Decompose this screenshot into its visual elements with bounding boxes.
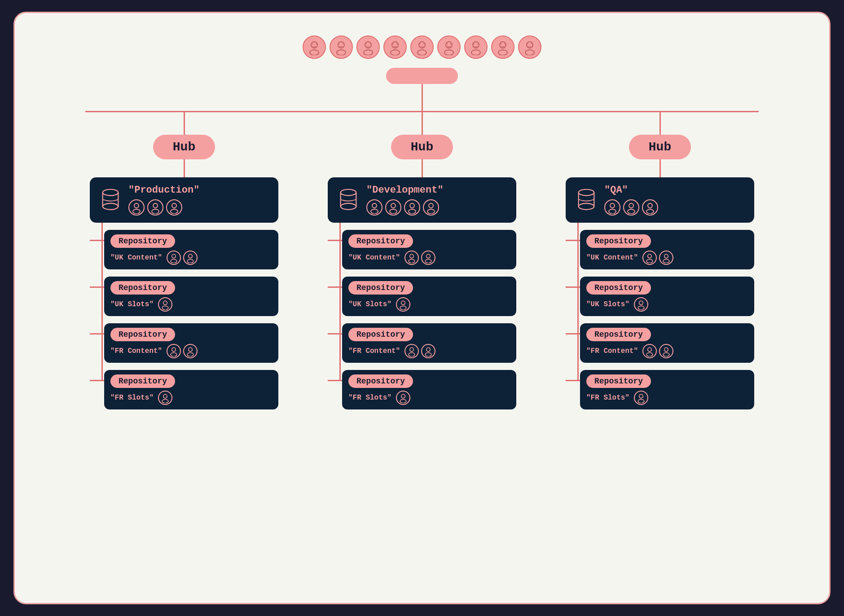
svg-point-2 [312, 44, 313, 44]
repo-hline [90, 240, 104, 241]
top-avatar-0 [303, 35, 326, 59]
repo-details: "FR Slots" [348, 391, 510, 405]
repo-name: "UK Content" [348, 254, 400, 262]
hub-col-2: Hub "QA" Repository"UK Content" Reposito… [561, 112, 759, 409]
repo-section-1: Repository"UK Content" Repository"UK Slo… [328, 223, 516, 409]
svg-point-5 [337, 50, 346, 55]
repo-item-0: Repository"UK Content" [566, 230, 754, 269]
hub-card-2: "QA" [566, 177, 754, 223]
repo-card: Repository"FR Slots" [580, 370, 754, 409]
repo-section-0: Repository"UK Content" Repository"UK Slo… [90, 223, 278, 409]
svg-point-80 [401, 394, 405, 398]
svg-point-66 [410, 203, 414, 208]
repo-name: "FR Slots" [586, 394, 629, 402]
repo-badge: Repository [110, 328, 175, 341]
svg-point-101 [663, 352, 669, 356]
repo-avatars [158, 391, 172, 405]
hub-info: "Production" [128, 185, 199, 216]
user-avatar [421, 344, 435, 358]
svg-point-47 [171, 259, 177, 263]
repo-badge: Repository [348, 281, 413, 295]
svg-point-17 [418, 50, 426, 55]
hub-avatars [366, 199, 444, 216]
repo-item-1: Repository"UK Slots" [566, 277, 754, 316]
repo-item-1: Repository"UK Slots" [328, 277, 516, 316]
svg-point-35 [531, 44, 532, 44]
hub-col-1: Hub "Development" Repository"UK Content"… [323, 112, 521, 409]
svg-point-55 [187, 352, 193, 356]
main-card: Hub "Production" Repository"UK Content" … [13, 12, 831, 604]
svg-point-100 [664, 348, 668, 352]
repo-hline [90, 333, 104, 334]
svg-point-34 [528, 44, 528, 44]
repo-details: "UK Slots" [348, 297, 510, 312]
svg-point-98 [648, 348, 652, 352]
repo-name: "FR Slots" [110, 394, 154, 402]
repo-hline [328, 333, 342, 334]
svg-point-49 [187, 259, 193, 263]
repo-card: Repository"FR Content" [580, 323, 754, 363]
user-avatar [183, 344, 198, 358]
user-avatar [385, 199, 401, 216]
hub-bottom-vline [422, 159, 423, 177]
database-icon [99, 189, 122, 212]
top-avatar-1 [330, 35, 353, 59]
svg-point-13 [391, 50, 400, 55]
hub-name-text: "Development" [366, 185, 444, 196]
user-avatar [366, 199, 382, 216]
hub-row: Hub "Production" Repository"UK Content" … [85, 112, 759, 409]
repo-hline [566, 286, 580, 288]
top-avatar-row [303, 35, 541, 59]
svg-point-87 [609, 209, 616, 214]
top-avatar-7 [491, 35, 514, 59]
repo-badge: Repository [586, 234, 651, 248]
hub-name-text: "QA" [604, 185, 658, 196]
repo-avatars [167, 251, 198, 265]
svg-point-22 [447, 44, 448, 44]
svg-point-42 [153, 203, 158, 208]
svg-point-48 [189, 254, 193, 258]
repo-hline [328, 240, 342, 241]
svg-point-92 [648, 254, 652, 258]
repo-item-3: Repository"FR Slots" [90, 370, 278, 409]
repo-card: Repository"UK Content" [342, 230, 516, 269]
svg-point-44 [172, 203, 176, 208]
repo-avatars [634, 297, 648, 312]
svg-point-56 [163, 394, 167, 398]
repo-card: Repository"UK Slots" [342, 277, 516, 316]
svg-point-1 [310, 50, 319, 55]
top-avatar-8 [518, 35, 541, 59]
repo-hline [328, 380, 342, 381]
svg-point-82 [579, 189, 594, 195]
svg-point-85 [579, 203, 594, 209]
hub-avatars [128, 199, 199, 216]
repo-hline [566, 240, 580, 241]
user-avatar [423, 199, 439, 216]
repo-badge: Repository [110, 281, 175, 295]
svg-point-19 [423, 44, 424, 44]
svg-point-81 [400, 399, 406, 403]
hub-col-0: Hub "Production" Repository"UK Content" … [85, 112, 283, 409]
user-avatar [166, 199, 182, 216]
svg-point-88 [629, 203, 633, 208]
repo-item-2: Repository"FR Content" [328, 323, 516, 363]
hub-top-vline [659, 112, 661, 135]
svg-point-25 [471, 50, 480, 55]
repo-item-1: Repository"UK Slots" [90, 277, 278, 316]
svg-point-96 [639, 301, 643, 305]
user-avatar [642, 251, 657, 265]
repo-card: Repository"FR Content" [342, 323, 516, 363]
repo-name: "FR Slots" [348, 394, 391, 402]
user-avatar [623, 199, 639, 216]
svg-point-74 [401, 301, 405, 305]
repo-name: "UK Content" [110, 254, 162, 262]
repo-avatars [642, 251, 673, 265]
svg-point-86 [610, 203, 615, 208]
user-avatar [167, 344, 181, 358]
svg-point-72 [426, 254, 431, 258]
repo-hline [90, 380, 104, 381]
svg-point-103 [638, 399, 644, 403]
repo-section-2: Repository"UK Content" Repository"UK Slo… [566, 223, 754, 409]
user-avatar [404, 199, 420, 216]
svg-point-7 [343, 44, 343, 44]
